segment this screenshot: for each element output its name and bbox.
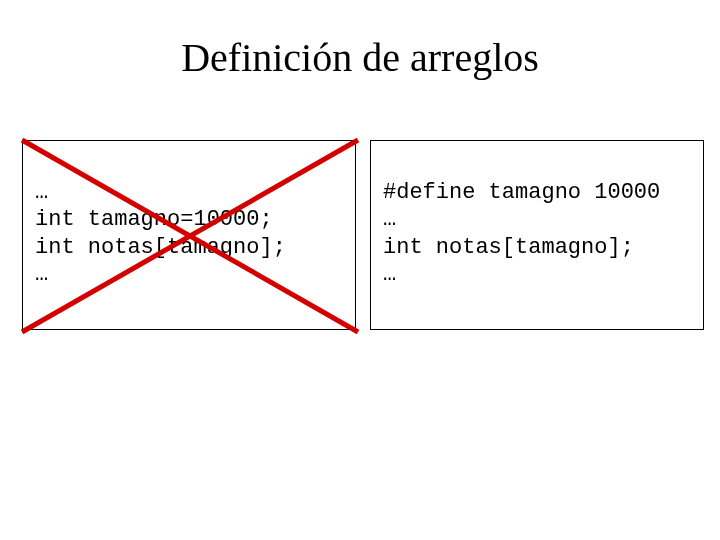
code-line: int notas[tamagno];	[35, 235, 286, 260]
code-line: …	[35, 180, 48, 205]
code-line: …	[35, 262, 48, 287]
code-box-correct: #define tamagno 10000 … int notas[tamagn…	[370, 140, 704, 330]
page-title: Definición de arreglos	[0, 34, 720, 81]
code-line: …	[383, 207, 396, 232]
code-box-incorrect: … int tamagno=10000; int notas[tamagno];…	[22, 140, 356, 330]
code-line: …	[383, 262, 396, 287]
code-line: int notas[tamagno];	[383, 235, 634, 260]
code-line: int tamagno=10000;	[35, 207, 273, 232]
code-line: #define tamagno 10000	[383, 180, 660, 205]
slide: Definición de arreglos … int tamagno=100…	[0, 0, 720, 540]
